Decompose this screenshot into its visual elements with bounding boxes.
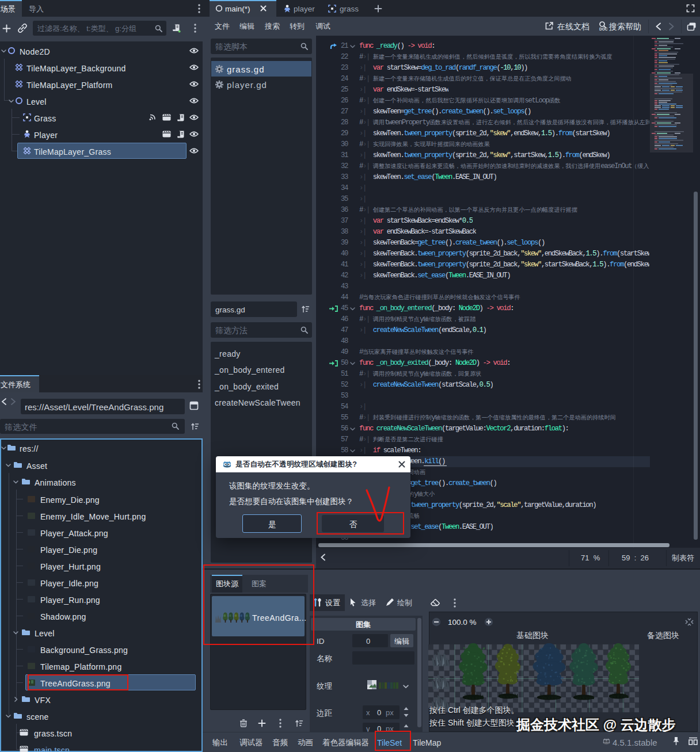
svg-text:DOC: DOC [599,27,608,31]
